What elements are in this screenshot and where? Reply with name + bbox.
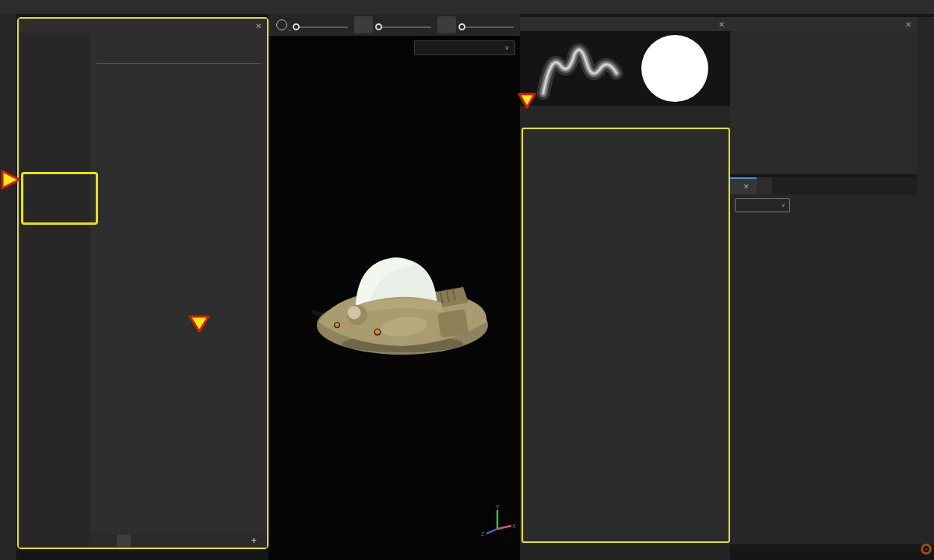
asset-type-filters	[90, 64, 267, 82]
close-icon[interactable]: ✕	[255, 22, 262, 30]
toolbar-flow-slider[interactable]	[377, 20, 432, 30]
assets-panel: ✕	[17, 17, 269, 549]
tool-properties-tabs	[520, 106, 730, 126]
brush-alpha-preview	[641, 35, 708, 102]
stroke-shape-circle-icon	[276, 19, 287, 30]
svg-text:X: X	[512, 523, 516, 529]
assets-footer: +	[90, 533, 267, 548]
substance-painter-window: ⌄ ∨	[0, 0, 934, 560]
stroke-shape-selector[interactable]: ⌄	[273, 16, 290, 33]
channel-dropdown[interactable]: ∨	[735, 198, 790, 212]
search-bar	[97, 48, 261, 64]
texture-set-list-panel: ✕	[730, 17, 917, 174]
assets-content: +	[90, 33, 267, 548]
properties-header: ✕	[520, 17, 730, 31]
toolbar-stroke-opacity-slider[interactable]	[461, 20, 515, 30]
right-toolbar	[917, 17, 934, 544]
assets-tree	[19, 33, 90, 548]
close-icon[interactable]: ✕	[718, 20, 725, 29]
layers-panel: ✕ ∨	[730, 177, 917, 544]
3d-viewport[interactable]: ∨	[269, 36, 520, 560]
new-library-icon[interactable]	[226, 534, 241, 547]
toolbar-size-slider[interactable]	[295, 20, 349, 30]
properties-panel: ✕	[520, 17, 730, 560]
import-assets-icon[interactable]: +	[247, 534, 261, 547]
shading-mode-dropdown[interactable]: ∨	[414, 40, 515, 55]
refresh-assets-icon[interactable]	[206, 534, 220, 547]
left-toolbar	[0, 14, 16, 560]
asset-grid	[90, 82, 267, 533]
ufo-3d-model	[309, 244, 496, 366]
search-input[interactable]	[101, 51, 218, 60]
brush-settings-section	[521, 128, 730, 543]
svg-text:Z: Z	[481, 531, 485, 537]
svg-text:Y: Y	[496, 504, 500, 509]
axis-gizmo: Y X Z	[480, 502, 516, 543]
list-details-view-icon[interactable]	[97, 534, 111, 547]
tab-texture-set-settings[interactable]	[757, 177, 772, 194]
menubar	[0, 0, 934, 14]
tab-layers[interactable]: ✕	[730, 177, 757, 194]
breadcrumb[interactable]	[90, 33, 267, 47]
size-pressure-button[interactable]	[354, 16, 373, 33]
texture-set-list-header: ✕	[730, 17, 917, 31]
close-tab-icon[interactable]: ✕	[743, 183, 750, 191]
substance-logo-icon	[920, 543, 932, 558]
list-folder-view-icon[interactable]	[117, 534, 131, 547]
chevron-down-icon: ∨	[504, 44, 509, 51]
close-icon[interactable]: ✕	[905, 20, 912, 29]
flow-pressure-button[interactable]	[437, 16, 456, 33]
layers-toolbar: ∨	[730, 194, 917, 215]
layers-tabs: ✕	[730, 177, 917, 194]
assets-panel-header: ✕	[19, 19, 267, 33]
brush-stroke-preview	[520, 31, 730, 106]
top-toolbar: ⌄	[269, 14, 520, 36]
